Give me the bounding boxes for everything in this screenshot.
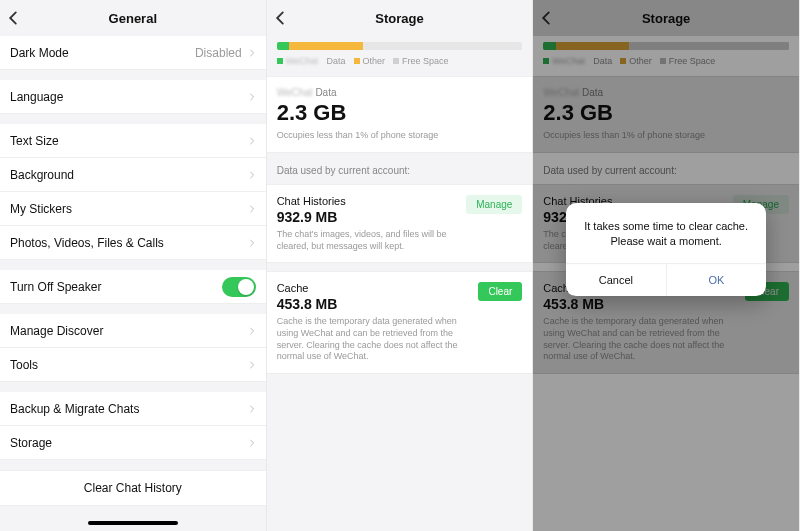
row-turn-off-speaker[interactable]: Turn Off Speaker [0, 270, 266, 304]
label: My Stickers [10, 202, 72, 216]
chevron-right-icon [248, 171, 256, 179]
legend-other: Other [363, 56, 386, 66]
desc: The chat's images, videos, and files wil… [277, 229, 523, 252]
label: Clear Chat History [84, 481, 182, 495]
label: Turn Off Speaker [10, 280, 101, 294]
row-manage-discover[interactable]: Manage Discover [0, 314, 266, 348]
chevron-right-icon [248, 49, 256, 57]
segment-wechat-data [277, 42, 289, 50]
header: Storage [267, 0, 533, 36]
clear-button[interactable]: Clear [478, 282, 522, 301]
storage-usage-bar [277, 42, 523, 50]
speaker-toggle[interactable] [222, 277, 256, 297]
legend-app-name: WeChat [286, 56, 318, 66]
label: Text Size [10, 134, 59, 148]
row-tools[interactable]: Tools [0, 348, 266, 382]
chevron-right-icon [248, 439, 256, 447]
header: General [0, 0, 266, 36]
clear-cache-alert: It takes some time to clear cache. Pleas… [566, 203, 766, 297]
row-language[interactable]: Language [0, 80, 266, 114]
home-indicator [88, 521, 178, 525]
label: Storage [10, 436, 52, 450]
desc: Cache is the temporary data generated wh… [277, 316, 523, 363]
chevron-right-icon [248, 405, 256, 413]
alert-cancel-button[interactable]: Cancel [566, 264, 667, 296]
total-usage-card: WeChat Data 2.3 GB Occupies less than 1%… [267, 76, 533, 153]
legend: WeChat Data Other Free Space [267, 56, 533, 76]
row-backup-migrate-chats[interactable]: Backup & Migrate Chats [0, 392, 266, 426]
chevron-right-icon [248, 93, 256, 101]
chevron-right-icon [248, 239, 256, 247]
row-photos-videos-files-calls[interactable]: Photos, Videos, Files & Calls [0, 226, 266, 260]
general-settings-screen: General Dark Mode Disabled Language Text… [0, 0, 267, 531]
clear-chat-history-button[interactable]: Clear Chat History [0, 470, 266, 506]
value: Disabled [195, 46, 242, 60]
manage-button[interactable]: Manage [466, 195, 522, 214]
row-background[interactable]: Background [0, 158, 266, 192]
back-button[interactable] [6, 0, 20, 36]
app-name: WeChat [277, 87, 313, 98]
alert-ok-button[interactable]: OK [667, 264, 767, 296]
section-label: Data used by current account: [267, 153, 533, 184]
label: Manage Discover [10, 324, 103, 338]
segment-other [289, 42, 363, 50]
label: Background [10, 168, 74, 182]
row-text-size[interactable]: Text Size [0, 124, 266, 158]
chat-histories-card: Chat Histories 932.9 MB The chat's image… [267, 184, 533, 263]
legend-free: Free Space [402, 56, 449, 66]
total-note: Occupies less than 1% of phone storage [277, 130, 523, 140]
row-my-stickers[interactable]: My Stickers [0, 192, 266, 226]
label: Backup & Migrate Chats [10, 402, 139, 416]
label: Dark Mode [10, 46, 69, 60]
cache-card: Cache 453.8 MB Cache is the temporary da… [267, 271, 533, 374]
row-dark-mode[interactable]: Dark Mode Disabled [0, 36, 266, 70]
alert-message: It takes some time to clear cache. Pleas… [566, 203, 766, 264]
storage-screen-with-alert: Storage WeChat Data Other Free Space WeC… [533, 0, 800, 531]
back-button[interactable] [273, 0, 287, 36]
segment-free-space [363, 42, 523, 50]
page-title: Storage [375, 11, 423, 26]
chevron-right-icon [248, 205, 256, 213]
storage-screen: Storage WeChat Data Other Free Space WeC… [267, 0, 534, 531]
label: Photos, Videos, Files & Calls [10, 236, 164, 250]
total-size: 2.3 GB [277, 100, 523, 126]
settings-list: Dark Mode Disabled Language Text Size Ba… [0, 36, 266, 460]
chevron-right-icon [248, 327, 256, 335]
page-title: General [109, 11, 157, 26]
row-storage[interactable]: Storage [0, 426, 266, 460]
chevron-right-icon [248, 137, 256, 145]
chevron-right-icon [248, 361, 256, 369]
label: Language [10, 90, 63, 104]
label: Tools [10, 358, 38, 372]
